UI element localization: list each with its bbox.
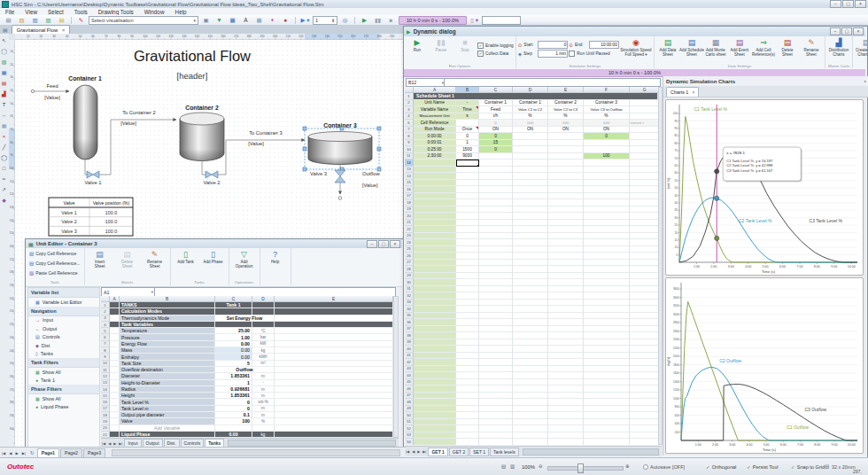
- row-header[interactable]: 9: [101, 354, 110, 360]
- cell-f[interactable]: [584, 306, 630, 313]
- cell-d[interactable]: [513, 359, 548, 366]
- cell-e[interactable]: [548, 260, 584, 267]
- text-tool-icon[interactable]: T: [0, 100, 8, 108]
- cell[interactable]: 25.00: [215, 328, 252, 334]
- cell-c[interactable]: 15: [479, 140, 513, 147]
- row-header[interactable]: 6: [101, 334, 110, 340]
- cell-a[interactable]: Variable Name: [414, 106, 456, 113]
- cell-f[interactable]: Valve C3 to Outflow: [584, 106, 630, 113]
- cell-c[interactable]: [479, 239, 513, 246]
- row-header[interactable]: 51: [405, 419, 414, 426]
- cell[interactable]: kg: [252, 432, 275, 438]
- cell[interactable]: Calculation Modes: [120, 308, 215, 315]
- cell-f[interactable]: [584, 279, 630, 286]
- cell[interactable]: Enthalpy: [120, 354, 215, 360]
- cell-g[interactable]: [630, 273, 658, 280]
- cell[interactable]: [110, 328, 120, 334]
- cell-d[interactable]: [513, 353, 548, 360]
- cell[interactable]: Tank Level m: [120, 406, 215, 412]
- last-sheet-button[interactable]: ▶|: [118, 441, 123, 446]
- rect-tool-icon[interactable]: □: [0, 164, 8, 172]
- grid-tool-icon[interactable]: ▦: [0, 121, 8, 129]
- sidebar-item-dist[interactable]: ◆Dist: [28, 341, 99, 350]
- cell-f[interactable]: [584, 239, 630, 246]
- dynamic-name-box[interactable]: B12▾: [406, 78, 446, 87]
- cell[interactable]: [275, 386, 393, 393]
- cell-e[interactable]: [548, 412, 584, 419]
- cell-g[interactable]: [630, 220, 658, 227]
- cell-b[interactable]: [456, 313, 479, 320]
- cell-e[interactable]: [548, 167, 584, 174]
- menu-item-window[interactable]: Window: [139, 9, 170, 15]
- row-header[interactable]: 23: [405, 233, 414, 240]
- cell-d[interactable]: [513, 319, 548, 326]
- report-tool-icon[interactable]: ▤: [0, 79, 8, 87]
- sheet-corner[interactable]: [101, 296, 110, 302]
- cell-f[interactable]: [584, 246, 630, 253]
- cell-e[interactable]: [548, 140, 584, 147]
- column-header-D[interactable]: D: [252, 296, 275, 302]
- save-all-icon[interactable]: ▥: [43, 16, 54, 24]
- cell-e[interactable]: [548, 173, 584, 180]
- close-button[interactable]: ×: [390, 240, 400, 248]
- cell-c[interactable]: [479, 153, 513, 160]
- cell[interactable]: Thermodynamics Mode: [120, 315, 215, 322]
- cell[interactable]: [252, 322, 275, 328]
- charts-tab[interactable]: Charts 1×: [666, 87, 699, 97]
- cell-g[interactable]: [630, 432, 658, 440]
- cell-a[interactable]: [414, 419, 456, 426]
- cell-a[interactable]: [414, 193, 456, 200]
- cell-b[interactable]: [456, 233, 479, 240]
- cell[interactable]: Radius: [120, 386, 215, 393]
- row-header[interactable]: 7: [101, 341, 110, 347]
- cell-c[interactable]: [479, 206, 513, 214]
- cell-c[interactable]: [479, 193, 513, 200]
- row-header[interactable]: 27: [405, 260, 414, 267]
- cell-f[interactable]: %: [584, 113, 630, 121]
- cell-e[interactable]: [548, 186, 584, 193]
- cell-c[interactable]: [479, 359, 513, 366]
- cell-a[interactable]: [414, 226, 456, 233]
- cell[interactable]: [275, 432, 393, 438]
- cell-e[interactable]: [548, 372, 584, 379]
- cell-a[interactable]: [414, 332, 456, 339]
- cell-e[interactable]: [548, 180, 584, 187]
- next-sheet-button[interactable]: ▶: [416, 449, 421, 454]
- sidebar-item-show-all[interactable]: ▦Show All: [28, 394, 99, 403]
- cell-b[interactable]: [456, 385, 479, 393]
- cell-f[interactable]: 0: [584, 133, 630, 140]
- copy-cell-reference[interactable]: ▤Copy Cell Reference: [27, 248, 78, 258]
- cell-a[interactable]: [414, 346, 456, 353]
- cell[interactable]: m³: [252, 361, 275, 367]
- maximize-button[interactable]: ▢: [841, 27, 852, 35]
- sidebar-item-liquid-phase[interactable]: ●Liquid Phase: [28, 403, 99, 412]
- row-header[interactable]: 12: [405, 160, 414, 167]
- cell-b[interactable]: [456, 120, 479, 127]
- zoom-tool-icon[interactable]: ◯: [0, 47, 8, 55]
- cell[interactable]: 5: [215, 361, 252, 367]
- next-sheet-button[interactable]: ▶: [112, 441, 117, 446]
- row-header[interactable]: 10: [101, 361, 110, 367]
- cell-b[interactable]: [456, 425, 479, 432]
- close-icon[interactable]: ×: [62, 27, 65, 33]
- column-header-D[interactable]: D: [513, 87, 548, 93]
- cell-f[interactable]: [584, 326, 630, 333]
- cell[interactable]: Valve: [120, 418, 215, 424]
- cell-g[interactable]: [630, 306, 658, 313]
- cell-c[interactable]: [479, 439, 513, 445]
- cell-d[interactable]: [513, 439, 548, 445]
- cell-a[interactable]: [414, 425, 456, 432]
- cell-g[interactable]: [630, 319, 658, 326]
- cell-c[interactable]: [479, 300, 513, 307]
- cell-f[interactable]: [584, 385, 630, 393]
- row-header[interactable]: 8: [101, 347, 110, 354]
- add-event-sheet-button[interactable]: ▤Add EventSheet: [728, 36, 751, 64]
- cell-c[interactable]: [479, 306, 513, 313]
- cell-b[interactable]: Time: [456, 106, 479, 113]
- cell[interactable]: [215, 425, 252, 432]
- cell-g[interactable]: [630, 439, 658, 445]
- cell-b[interactable]: [456, 339, 479, 347]
- menu-item-view[interactable]: View: [19, 9, 43, 15]
- image-tool-icon[interactable]: ▨: [0, 58, 8, 66]
- cell-a[interactable]: [414, 220, 456, 227]
